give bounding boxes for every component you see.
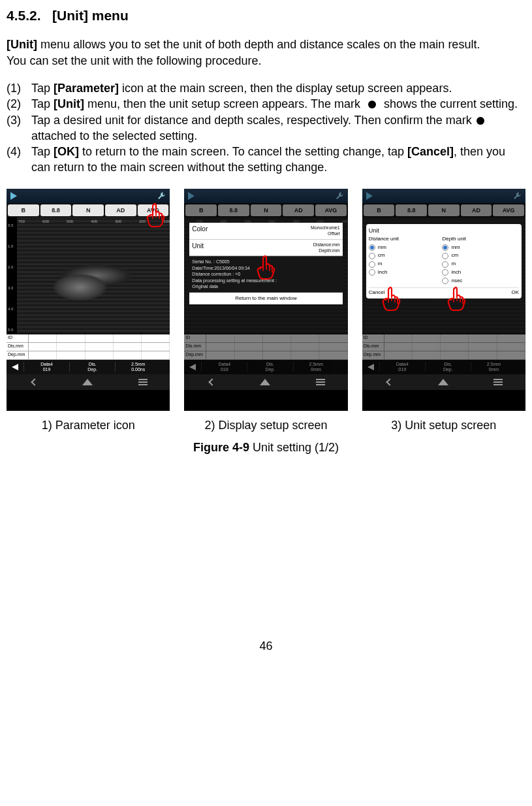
nav-menu-icon[interactable] — [493, 379, 503, 385]
step-body-2: Tap [Unit] menu, then the unit setup scr… — [31, 96, 525, 112]
step-num-4: (4) — [7, 144, 31, 176]
screenshot-display-setup: B8.8NADAVG 700600500400300200100 Color M… — [184, 189, 347, 411]
hand-pointer-icon — [255, 254, 276, 280]
step-body-1: Tap [Parameter] icon at the main screen,… — [31, 80, 525, 96]
nav-menu-icon[interactable] — [316, 379, 325, 385]
step-body-4: Tap [OK] to return to the main screen. T… — [31, 144, 525, 176]
nav-back-icon[interactable] — [208, 378, 215, 385]
vertical-scale: 0.01.02.03.04.05.0 — [7, 218, 17, 334]
distance-unit-column: Distance unit mm cm m inch — [369, 236, 441, 278]
caption-3: 3) Unit setup screen — [391, 417, 496, 433]
radio-nsec-depth[interactable]: nsec — [442, 278, 514, 285]
popup-title: Unit — [369, 227, 519, 234]
radar-image — [7, 218, 170, 334]
step-body-3: Tap a desired unit for distance and dept… — [31, 112, 525, 144]
step-num-2: (2) — [7, 96, 31, 112]
play-icon[interactable] — [188, 192, 195, 200]
play-icon[interactable] — [10, 192, 17, 200]
intro-text-2: You can set the unit with the following … — [7, 54, 262, 67]
nav-back-icon[interactable] — [31, 378, 38, 385]
caption-1: 1) Parameter icon — [42, 417, 135, 433]
ok-button[interactable]: OK — [511, 289, 519, 297]
screenshot-unit-setup: B8.8NADAVG Unit Distance unit mm cm m in… — [362, 189, 525, 411]
play-icon[interactable] — [366, 192, 373, 200]
section-number: 4.5.2. — [7, 8, 41, 23]
depth-unit-column: Depth unit mm cm m inch nsec — [442, 236, 514, 286]
radio-cm[interactable]: cm — [369, 252, 441, 259]
hand-pointer-icon — [446, 285, 467, 312]
footer-bar: Data4019 Dis.Dep. 2.5mm0.00ns — [7, 360, 170, 374]
intro-bold: [Unit] — [7, 38, 37, 51]
pill-b[interactable]: B — [8, 204, 39, 216]
figure-label: Figure 4-9 Unit setting (1/2) — [7, 440, 525, 455]
screenshot-parameter-icon: B 8.8 N AD AVG 700600500400300200100 0.0… — [7, 189, 170, 411]
pill-88[interactable]: 8.8 — [40, 204, 72, 216]
radio-inch[interactable]: inch — [369, 269, 441, 276]
hand-pointer-icon — [381, 285, 401, 312]
radio-mm-depth[interactable]: mm — [442, 244, 514, 251]
step-num-3: (3) — [7, 112, 31, 144]
hand-pointer-icon — [145, 202, 166, 228]
radio-mm[interactable]: mm — [369, 244, 441, 251]
radio-m[interactable]: m — [369, 261, 441, 268]
return-button[interactable]: Return to the main window — [189, 293, 342, 305]
radio-inch-depth[interactable]: inch — [442, 269, 514, 276]
section-title: [Unit] menu — [52, 8, 129, 23]
pill-n[interactable]: N — [72, 204, 104, 216]
radio-cm-depth[interactable]: cm — [442, 252, 514, 259]
radio-m-depth[interactable]: m — [442, 261, 514, 268]
result-table: ID Dis.mm Dep.mm — [7, 334, 170, 360]
step-num-1: (1) — [7, 80, 31, 96]
nav-home-icon[interactable] — [82, 379, 93, 385]
intro-text-1: menu allows you to set the unit of both … — [37, 38, 480, 51]
nav-back-icon[interactable] — [386, 378, 394, 385]
nav-home-icon[interactable] — [438, 379, 448, 385]
page-number: 46 — [7, 638, 525, 654]
nav-home-icon[interactable] — [260, 379, 270, 385]
back-arrow-icon[interactable] — [7, 360, 23, 374]
menu-color[interactable]: Color Monochrome1 Offset — [189, 223, 342, 240]
settings-wrench-icon[interactable] — [512, 191, 522, 201]
bullet-mark — [477, 117, 484, 125]
caption-2: 2) Display setup screen — [204, 417, 327, 433]
settings-wrench-icon[interactable] — [335, 191, 344, 201]
bullet-mark — [368, 101, 376, 108]
settings-wrench-icon[interactable] — [157, 191, 166, 201]
pill-ad[interactable]: AD — [105, 204, 136, 216]
intro-paragraph: [Unit] menu allows you to set the unit o… — [7, 37, 525, 69]
nav-menu-icon[interactable] — [138, 379, 148, 385]
